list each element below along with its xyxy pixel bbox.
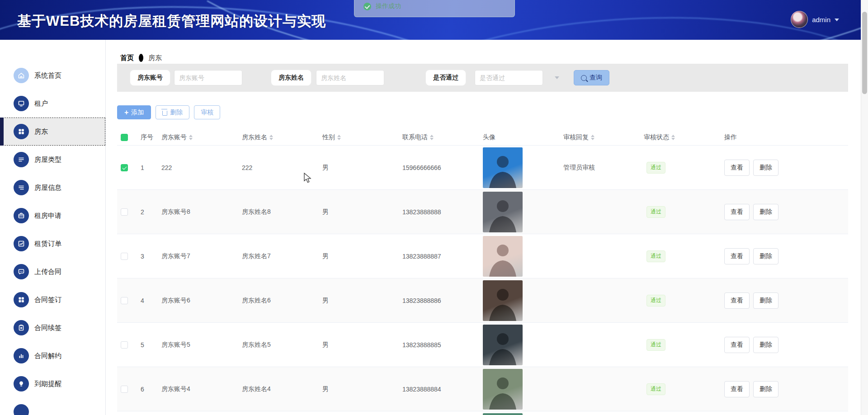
- page-scrollbar[interactable]: [861, 0, 868, 415]
- row-phone: 13823888886: [399, 297, 479, 304]
- row-checkbox[interactable]: [121, 386, 128, 393]
- row-checkbox[interactable]: [121, 297, 128, 304]
- sort-caret-icon[interactable]: [269, 135, 273, 140]
- row-delete-button[interactable]: 删除: [753, 204, 778, 220]
- sidebar-item-label: 合同签订: [34, 296, 61, 304]
- view-button[interactable]: 查看: [724, 292, 750, 309]
- add-button-label: 添加: [131, 108, 144, 117]
- sort-caret-icon[interactable]: [671, 135, 675, 140]
- sidebar-item-label: 合同解约: [34, 352, 61, 360]
- row-delete-button[interactable]: 删除: [753, 381, 778, 397]
- list-icon: [14, 180, 29, 195]
- search-filter-bar: 房东账号 房东姓名 是否通过 查询: [117, 64, 848, 92]
- row-delete-button[interactable]: 删除: [753, 248, 778, 264]
- row-checkbox[interactable]: [121, 164, 128, 171]
- view-button[interactable]: 查看: [724, 204, 750, 220]
- user-name: admin: [812, 16, 830, 24]
- avatar[interactable]: [483, 280, 523, 321]
- table-row: 2 房东账号8 房东姓名8 男 13823888888 通过 查看 删除: [117, 190, 848, 234]
- view-button[interactable]: 查看: [724, 160, 750, 176]
- user-avatar[interactable]: [791, 11, 808, 28]
- row-delete-button[interactable]: 删除: [753, 292, 778, 309]
- row-gender: 男: [319, 164, 399, 172]
- user-menu[interactable]: admin: [791, 11, 839, 28]
- row-no: 2: [137, 208, 158, 216]
- pass-select[interactable]: [475, 70, 543, 85]
- status-badge: 通过: [646, 383, 665, 395]
- audit-button[interactable]: 审核: [194, 105, 220, 119]
- sort-caret-icon[interactable]: [189, 135, 193, 140]
- avatar[interactable]: [483, 325, 523, 365]
- avatar[interactable]: [483, 147, 523, 188]
- sort-caret-icon[interactable]: [430, 135, 434, 140]
- sidebar-item-label: 到期提醒: [34, 380, 61, 388]
- sidebar-item-label: 租户: [34, 99, 48, 108]
- row-name: 房东姓名4: [238, 385, 319, 393]
- col-gender[interactable]: 性别: [319, 133, 399, 141]
- sidebar-item-label: 上传合同: [34, 268, 61, 276]
- sidebar-item-upload-contract[interactable]: 上传合同: [0, 258, 105, 286]
- sidebar-item-landlord[interactable]: 房东: [0, 118, 105, 146]
- table-header-row: 序号 房东账号 房东姓名 性别 联系电话 头像 审核回复 审核状态 操作: [117, 129, 848, 146]
- row-no: 5: [137, 341, 158, 349]
- avatar[interactable]: [483, 369, 523, 410]
- sidebar-item-house-info[interactable]: 房屋信息: [0, 174, 105, 202]
- sidebar-item-tenant[interactable]: 租户: [0, 90, 105, 118]
- col-account[interactable]: 房东账号: [158, 133, 238, 141]
- breadcrumb-current: 房东: [148, 54, 162, 62]
- select-all-checkbox[interactable]: [121, 134, 128, 141]
- breadcrumb-home[interactable]: 首页: [120, 54, 134, 62]
- view-button[interactable]: 查看: [724, 337, 750, 353]
- sidebar-item-house-type[interactable]: 房屋类型: [0, 146, 105, 174]
- col-phone[interactable]: 联系电话: [399, 133, 479, 141]
- sidebar-item-label: 租赁订单: [34, 240, 61, 248]
- row-checkbox[interactable]: [121, 341, 128, 349]
- sort-caret-icon[interactable]: [337, 135, 341, 140]
- account-input[interactable]: [174, 70, 242, 85]
- sort-caret-icon[interactable]: [591, 135, 594, 140]
- avatar[interactable]: [483, 413, 523, 415]
- col-status[interactable]: 审核状态: [640, 133, 721, 141]
- row-checkbox[interactable]: [121, 208, 128, 216]
- sidebar-item-contract-cancel[interactable]: 合同解约: [0, 342, 105, 370]
- view-button[interactable]: 查看: [724, 248, 750, 264]
- sidebar-item-label: 合同续签: [34, 324, 61, 332]
- sidebar-item-label: 房东: [34, 127, 48, 136]
- row-delete-button[interactable]: 删除: [753, 337, 778, 353]
- row-delete-button[interactable]: 删除: [753, 160, 778, 176]
- row-no: 4: [137, 297, 158, 304]
- sidebar-item-rent-order[interactable]: 租赁订单: [0, 230, 105, 258]
- name-label: 房东姓名: [271, 70, 311, 85]
- row-account: 房东账号7: [158, 252, 238, 260]
- add-button[interactable]: + 添加: [117, 105, 151, 119]
- table-row: 3 房东账号7 房东姓名7 男 13823888887 通过 查看 删除: [117, 234, 848, 278]
- name-input[interactable]: [316, 70, 384, 85]
- sidebar-item-contract-renew[interactable]: 合同续签: [0, 314, 105, 342]
- chevron-down-icon: [835, 19, 839, 21]
- success-check-icon: [363, 3, 371, 10]
- sidebar-item-home[interactable]: 系统首页: [0, 61, 105, 90]
- breadcrumb-separator: [139, 54, 143, 62]
- delete-button[interactable]: 删除: [156, 105, 189, 119]
- row-gender: 男: [319, 208, 399, 216]
- col-reply[interactable]: 审核回复: [560, 133, 640, 141]
- table-row: 1 222 222 男 15966666666 管理员审核 通过 查看 删除: [117, 146, 848, 190]
- row-checkbox[interactable]: [121, 253, 128, 260]
- row-account: 222: [158, 164, 238, 171]
- row-name: 房东姓名7: [238, 252, 319, 260]
- avatar[interactable]: [483, 236, 523, 277]
- trend-chart-icon: [14, 236, 29, 251]
- landlord-table: 序号 房东账号 房东姓名 性别 联系电话 头像 审核回复 审核状态 操作 1 2…: [117, 129, 848, 415]
- scrollbar-thumb[interactable]: [862, 12, 867, 94]
- view-button[interactable]: 查看: [724, 381, 750, 397]
- sidebar-item-contract-sign[interactable]: 合同签订: [0, 286, 105, 314]
- sidebar-item-partial[interactable]: [0, 398, 105, 415]
- col-name[interactable]: 房东姓名: [238, 133, 319, 141]
- sidebar-item-rent-apply[interactable]: 租房申请: [0, 202, 105, 230]
- query-button[interactable]: 查询: [574, 70, 609, 85]
- row-phone: 15966666666: [399, 164, 479, 171]
- select-chevron-icon[interactable]: [555, 76, 559, 79]
- briefcase-icon: [14, 208, 29, 223]
- sidebar-item-expiry-reminder[interactable]: 到期提醒: [0, 370, 105, 398]
- avatar[interactable]: [483, 192, 523, 232]
